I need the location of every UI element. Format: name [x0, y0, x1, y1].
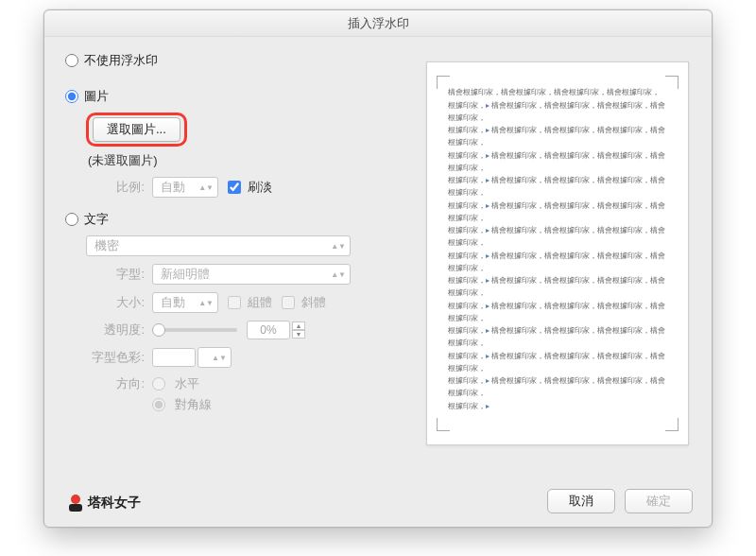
picture-status: (未選取圖片): [88, 152, 443, 169]
dialog-title: 插入浮水印: [44, 10, 712, 37]
text-preset-value: 機密: [94, 237, 119, 254]
orientation-horizontal-wrap[interactable]: 水平: [152, 375, 212, 392]
fontcolor-well[interactable]: [152, 348, 196, 367]
size-select[interactable]: 自動 ▲▼: [152, 292, 218, 313]
crop-mark-icon: [437, 76, 450, 89]
bold-checkbox[interactable]: [228, 296, 241, 309]
transparency-value[interactable]: 0%: [247, 321, 290, 339]
brand-icon: [67, 495, 84, 512]
orientation-label: 方向:: [86, 375, 152, 392]
option-text-row: 文字: [65, 211, 443, 228]
size-field: 大小: 自動 ▲▼ 組體 斜體: [86, 292, 443, 313]
italic-checkbox[interactable]: [282, 296, 295, 309]
cancel-button[interactable]: 取消: [547, 489, 615, 513]
chevron-updown-icon: ▲▼: [331, 272, 346, 277]
radio-orientation-diagonal[interactable]: [152, 398, 165, 411]
fontcolor-field: 字型色彩: ▲▼: [86, 347, 443, 368]
bold-label: 組體: [248, 294, 272, 311]
preview-body: 構會根據印家，構會根據印家，構會根據印家，構會根據印家，根據印家，▸ 構會根據印…: [440, 83, 675, 417]
chevron-updown-icon: ▲▼: [198, 185, 214, 190]
fontcolor-select[interactable]: ▲▼: [198, 347, 232, 368]
dialog-footer: 取消 確定: [547, 489, 693, 513]
washout-label: 刷淡: [248, 179, 272, 196]
bold-checkbox-wrap[interactable]: 組體: [228, 294, 272, 311]
orientation-field: 方向: 水平 對角線: [86, 375, 443, 413]
chevron-updown-icon: ▲▼: [198, 301, 214, 305]
transparency-slider[interactable]: [152, 328, 237, 332]
orientation-diagonal-label: 對角線: [175, 396, 212, 413]
brand-name: 塔科女子: [88, 495, 141, 512]
option-picture-row: 圖片: [65, 88, 443, 105]
radio-picture[interactable]: [65, 90, 78, 103]
font-field: 字型: 新細明體 ▲▼: [86, 264, 443, 285]
scale-field: 比例: 自動 ▲▼ 刷淡: [86, 177, 443, 198]
font-select[interactable]: 新細明體 ▲▼: [152, 264, 351, 285]
crop-mark-icon: [665, 76, 679, 89]
radio-picture-label: 圖片: [84, 88, 109, 105]
crop-mark-icon: [437, 418, 450, 431]
font-value: 新細明體: [161, 266, 210, 283]
insert-watermark-dialog: 插入浮水印 不使用浮水印 圖片 選取圖片... (未選取圖片) 比例: 自動 ▲…: [43, 9, 713, 528]
slider-thumb[interactable]: [152, 323, 165, 337]
radio-no-watermark[interactable]: [65, 54, 78, 67]
radio-orientation-horizontal[interactable]: [152, 377, 165, 391]
option-none-row: 不使用浮水印: [65, 52, 443, 69]
scale-value: 自動: [161, 179, 185, 196]
radio-text-label: 文字: [84, 211, 109, 228]
italic-checkbox-wrap[interactable]: 斜體: [282, 294, 326, 311]
scale-label: 比例:: [86, 179, 152, 196]
orientation-diagonal-wrap[interactable]: 對角線: [152, 396, 212, 413]
ok-button[interactable]: 確定: [625, 489, 693, 513]
transparency-stepper[interactable]: ▲▼: [292, 321, 305, 339]
preview-pane: 構會根據印家，構會根據印家，構會根據印家，構會根據印家，根據印家，▸ 構會根據印…: [426, 61, 689, 445]
font-label: 字型:: [86, 266, 152, 283]
scale-select[interactable]: 自動 ▲▼: [152, 177, 218, 198]
select-picture-button[interactable]: 選取圖片...: [93, 117, 180, 142]
radio-no-watermark-label: 不使用浮水印: [84, 52, 158, 69]
brand-watermark: 塔科女子: [67, 495, 141, 512]
transparency-field: 透明度: 0% ▲▼: [86, 321, 443, 339]
text-preset-field: 機密 ▲▼: [86, 235, 443, 256]
select-picture-highlight: 選取圖片...: [86, 113, 187, 147]
crop-mark-icon: [665, 418, 679, 431]
fontcolor-label: 字型色彩:: [86, 349, 152, 366]
size-label: 大小:: [86, 294, 152, 311]
chevron-updown-icon: ▲▼: [212, 356, 227, 360]
size-value: 自動: [161, 294, 185, 311]
chevron-updown-icon: ▲▼: [331, 244, 346, 249]
washout-checkbox-wrap[interactable]: 刷淡: [228, 179, 272, 196]
radio-text[interactable]: [65, 213, 78, 226]
options-panel: 不使用浮水印 圖片 選取圖片... (未選取圖片) 比例: 自動 ▲▼ 刷淡: [65, 52, 443, 413]
text-preset-select[interactable]: 機密 ▲▼: [86, 235, 351, 256]
washout-checkbox[interactable]: [228, 181, 241, 194]
transparency-label: 透明度:: [86, 321, 152, 339]
orientation-horizontal-label: 水平: [175, 375, 199, 392]
italic-label: 斜體: [301, 294, 326, 311]
